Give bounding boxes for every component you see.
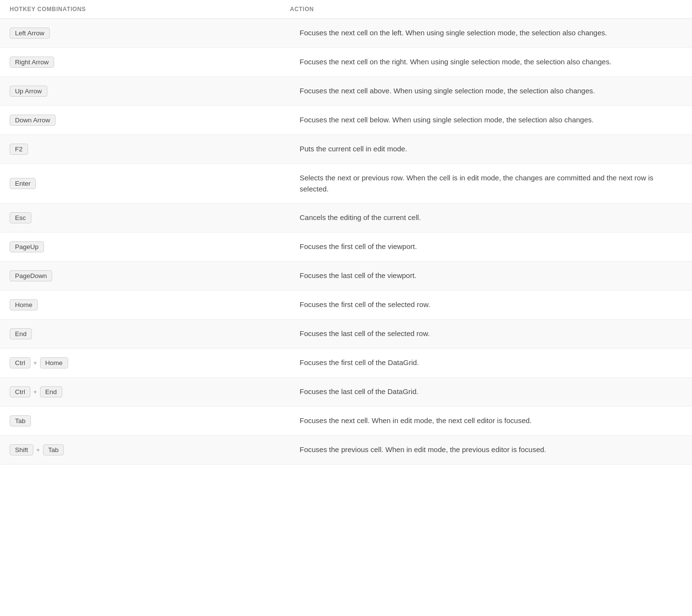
action-cell-home: Focuses the first cell of the selected r… (290, 299, 682, 310)
table-row: EnterSelects the next or previous row. W… (0, 164, 692, 204)
kbd-shift: Shift (10, 444, 33, 455)
kbd-down-arrow: Down Arrow (10, 115, 56, 126)
action-cell-end: Focuses the last cell of the selected ro… (290, 328, 682, 339)
kbd-pagedown: PageDown (10, 270, 52, 281)
action-cell-esc: Cancels the editing of the current cell. (290, 212, 682, 223)
col-header-hotkeys: HOTKEY COMBINATIONS (10, 6, 290, 13)
kbd-f2: F2 (10, 144, 28, 155)
hotkey-cell-right-arrow: Right Arrow (10, 57, 290, 68)
table-row: Up ArrowFocuses the next cell above. Whe… (0, 77, 692, 106)
table-row: PageUpFocuses the first cell of the view… (0, 233, 692, 262)
table-row: HomeFocuses the first cell of the select… (0, 291, 692, 320)
kbd-enter: Enter (10, 178, 36, 189)
action-cell-left-arrow: Focuses the next cell on the left. When … (290, 28, 682, 39)
hotkey-cell-esc: Esc (10, 212, 290, 223)
col-header-action: ACTION (290, 6, 682, 13)
table-row: EscCancels the editing of the current ce… (0, 204, 692, 233)
hotkey-cell-end: End (10, 328, 290, 339)
table-row: TabFocuses the next cell. When in edit m… (0, 407, 692, 436)
hotkey-cell-down-arrow: Down Arrow (10, 115, 290, 126)
kbd-up-arrow: Up Arrow (10, 86, 47, 97)
kbd-right-arrow: Right Arrow (10, 57, 54, 68)
action-cell-pagedown: Focuses the last cell of the viewport. (290, 270, 682, 281)
table-row: Ctrl+HomeFocuses the first cell of the D… (0, 349, 692, 378)
table-header: HOTKEY COMBINATIONS ACTION (0, 0, 692, 19)
table-row: EndFocuses the last cell of the selected… (0, 320, 692, 349)
table-row: PageDownFocuses the last cell of the vie… (0, 262, 692, 291)
action-cell-ctrl-end: Focuses the last cell of the DataGrid. (290, 386, 682, 397)
kbd-esc: Esc (10, 212, 31, 223)
kbd-tab: Tab (43, 444, 64, 455)
kbd-end: End (10, 328, 32, 339)
plus-sign: + (36, 446, 40, 454)
action-cell-tab: Focuses the next cell. When in edit mode… (290, 415, 682, 426)
kbd-home: Home (10, 299, 38, 310)
hotkey-cell-f2: F2 (10, 144, 290, 155)
hotkey-cell-pagedown: PageDown (10, 270, 290, 281)
action-cell-f2: Puts the current cell in edit mode. (290, 144, 682, 155)
kbd-pageup: PageUp (10, 241, 44, 252)
table-body: Left ArrowFocuses the next cell on the l… (0, 19, 692, 465)
kbd-tab: Tab (10, 415, 31, 426)
plus-sign: + (33, 388, 37, 396)
table-row: Left ArrowFocuses the next cell on the l… (0, 19, 692, 48)
kbd-ctrl: Ctrl (10, 386, 30, 397)
table-row: Shift+TabFocuses the previous cell. When… (0, 436, 692, 465)
table-row: Right ArrowFocuses the next cell on the … (0, 48, 692, 77)
kbd-ctrl: Ctrl (10, 357, 30, 368)
hotkeys-table: HOTKEY COMBINATIONS ACTION Left ArrowFoc… (0, 0, 692, 616)
hotkey-cell-ctrl-end: Ctrl+End (10, 386, 290, 397)
hotkey-cell-pageup: PageUp (10, 241, 290, 252)
table-row: Down ArrowFocuses the next cell below. W… (0, 106, 692, 135)
table-row: F2Puts the current cell in edit mode. (0, 135, 692, 164)
action-cell-enter: Selects the next or previous row. When t… (290, 173, 682, 194)
hotkey-cell-ctrl-home: Ctrl+Home (10, 357, 290, 368)
hotkey-cell-shift-tab: Shift+Tab (10, 444, 290, 455)
hotkey-cell-tab: Tab (10, 415, 290, 426)
hotkey-cell-enter: Enter (10, 178, 290, 189)
action-cell-right-arrow: Focuses the next cell on the right. When… (290, 57, 682, 68)
hotkey-cell-home: Home (10, 299, 290, 310)
plus-sign: + (33, 359, 37, 367)
kbd-home: Home (40, 357, 68, 368)
action-cell-ctrl-home: Focuses the first cell of the DataGrid. (290, 357, 682, 368)
action-cell-pageup: Focuses the first cell of the viewport. (290, 241, 682, 252)
kbd-left-arrow: Left Arrow (10, 28, 50, 39)
action-cell-shift-tab: Focuses the previous cell. When in edit … (290, 444, 682, 455)
table-row: Ctrl+EndFocuses the last cell of the Dat… (0, 378, 692, 407)
hotkey-cell-up-arrow: Up Arrow (10, 86, 290, 97)
action-cell-up-arrow: Focuses the next cell above. When using … (290, 86, 682, 97)
kbd-end: End (40, 386, 62, 397)
hotkey-cell-left-arrow: Left Arrow (10, 28, 290, 39)
action-cell-down-arrow: Focuses the next cell below. When using … (290, 115, 682, 126)
